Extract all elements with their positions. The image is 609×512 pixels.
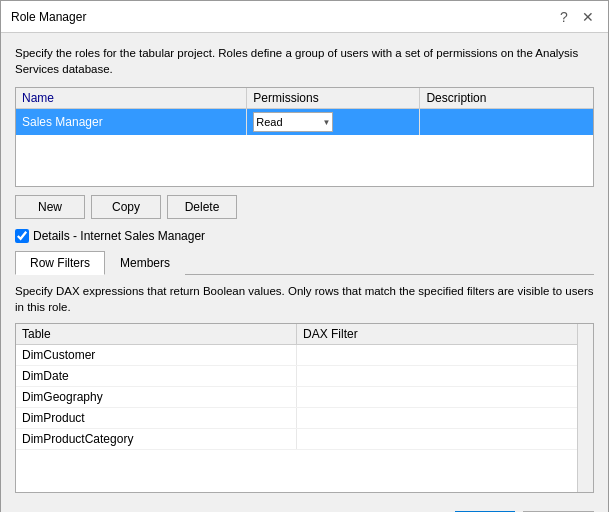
table-row[interactable]: DimDate — [16, 366, 577, 387]
description-text: Specify the roles for the tabular projec… — [15, 45, 594, 77]
new-button[interactable]: New — [15, 195, 85, 219]
title-bar: Role Manager ? ✕ — [1, 1, 608, 33]
table-row[interactable]: DimCustomer — [16, 345, 577, 366]
close-button[interactable]: ✕ — [578, 7, 598, 27]
table-row[interactable]: Sales Manager Read None Administrator — [16, 109, 593, 136]
table-row[interactable]: DimProduct — [16, 408, 577, 429]
permissions-select[interactable]: Read None Administrator — [253, 112, 333, 132]
dax-col-filter: DAX Filter — [297, 324, 578, 345]
dax-table-name: DimCustomer — [16, 345, 297, 366]
dax-table-container: Table DAX Filter DimCustomer DimDate Dim… — [15, 323, 594, 493]
role-name-cell: Sales Manager — [16, 109, 247, 136]
copy-button[interactable]: Copy — [91, 195, 161, 219]
dax-filter-cell[interactable] — [297, 429, 578, 450]
footer-buttons: OK Cancel — [15, 503, 594, 512]
scrollbar[interactable] — [577, 324, 593, 492]
details-checkbox-container[interactable]: Details - Internet Sales Manager — [15, 229, 205, 243]
dax-table-name: DimProductCategory — [16, 429, 297, 450]
dax-table-name: DimDate — [16, 366, 297, 387]
details-row: Details - Internet Sales Manager — [15, 229, 594, 243]
col-name: Name — [16, 88, 247, 109]
dax-filter-cell[interactable] — [297, 387, 578, 408]
dax-table-name: DimGeography — [16, 387, 297, 408]
dax-table-name: DimProduct — [16, 408, 297, 429]
role-permissions-cell[interactable]: Read None Administrator — [247, 109, 420, 136]
dax-filter-cell[interactable] — [297, 366, 578, 387]
details-checkbox[interactable] — [15, 229, 29, 243]
action-buttons: New Copy Delete — [15, 195, 594, 219]
col-permissions: Permissions — [247, 88, 420, 109]
help-button[interactable]: ? — [554, 7, 574, 27]
role-description-cell[interactable] — [420, 109, 593, 136]
dax-table: Table DAX Filter DimCustomer DimDate Dim… — [16, 324, 577, 450]
tab-description: Specify DAX expressions that return Bool… — [15, 283, 594, 315]
permissions-select-wrapper[interactable]: Read None Administrator — [253, 112, 333, 132]
roles-table: Name Permissions Description Sales Manag… — [16, 88, 593, 135]
dialog-title: Role Manager — [11, 10, 86, 24]
dax-table-header: Table DAX Filter — [16, 324, 577, 345]
roles-table-header: Name Permissions Description — [16, 88, 593, 109]
dax-col-table: Table — [16, 324, 297, 345]
tab-row-filters[interactable]: Row Filters — [15, 251, 105, 275]
table-row[interactable]: DimGeography — [16, 387, 577, 408]
dax-filter-cell[interactable] — [297, 345, 578, 366]
col-description: Description — [420, 88, 593, 109]
tabs-row: Row Filters Members — [15, 251, 594, 275]
roles-table-container: Name Permissions Description Sales Manag… — [15, 87, 594, 187]
title-bar-controls: ? ✕ — [554, 7, 598, 27]
details-label: Details - Internet Sales Manager — [33, 229, 205, 243]
tab-members[interactable]: Members — [105, 251, 185, 275]
role-manager-dialog: Role Manager ? ✕ Specify the roles for t… — [0, 0, 609, 512]
dialog-body: Specify the roles for the tabular projec… — [1, 33, 608, 512]
table-row[interactable]: DimProductCategory — [16, 429, 577, 450]
delete-button[interactable]: Delete — [167, 195, 237, 219]
dax-filter-cell[interactable] — [297, 408, 578, 429]
